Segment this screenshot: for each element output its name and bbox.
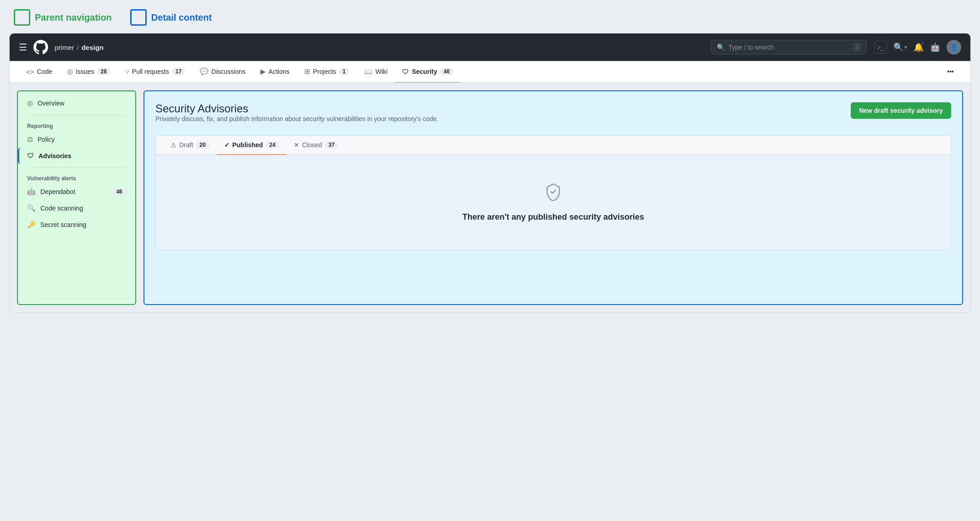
notification-dot xyxy=(921,41,925,45)
search-icon: 🔍 xyxy=(717,44,725,51)
annotation-bar: Parent navigation Detail content xyxy=(9,9,971,26)
policy-icon: ⚖ xyxy=(27,135,33,144)
sidebar-overview-label: Overview xyxy=(38,100,64,107)
advisory-tabs-container: ⚠ Draft 20 ✓ Published 24 ✕ Closed 37 xyxy=(155,135,951,250)
header-actions: >_ 🔍 ▾ 🔔 🤖 👤 xyxy=(874,40,961,55)
draft-tab-label: Draft xyxy=(179,141,193,149)
advisories-icon: 🛡 xyxy=(27,152,34,160)
hamburger-icon[interactable]: ☰ xyxy=(19,42,27,53)
main-detail-content: Security Advisories Privately discuss, f… xyxy=(143,90,963,305)
detail-content-box xyxy=(130,9,147,26)
closed-tab-icon: ✕ xyxy=(294,141,299,149)
code-scanning-icon: 🔍 xyxy=(27,204,36,212)
tab-security[interactable]: 🛡 Security 46 xyxy=(395,61,461,83)
reporting-section-label: Reporting xyxy=(18,119,135,131)
draft-tab-icon: ⚠ xyxy=(171,141,176,149)
browser-chrome: ☰ primer / design 🔍 Type / to search / >… xyxy=(9,33,971,313)
published-tab-count: 24 xyxy=(266,141,279,149)
actions-icon: ▶ xyxy=(260,67,266,76)
path-separator: / xyxy=(77,44,79,51)
security-sidebar: ◎ Overview Reporting ⚖ Policy 🛡 Advisori… xyxy=(17,90,136,305)
tab-discussions[interactable]: 💬 Discussions xyxy=(193,61,253,83)
published-tab-label: Published xyxy=(232,141,263,149)
issues-icon: ◎ xyxy=(67,67,73,76)
copilot-button[interactable]: 🤖 xyxy=(930,42,940,52)
content-area: ◎ Overview Reporting ⚖ Policy 🛡 Advisori… xyxy=(10,83,970,312)
github-logo xyxy=(33,40,48,55)
closed-tab-label: Closed xyxy=(302,141,322,149)
sidebar-divider-1 xyxy=(27,115,126,116)
page-description: Privately discuss, fix, and publish info… xyxy=(155,115,438,122)
new-draft-button[interactable]: New draft security advisory xyxy=(851,102,951,119)
search-button[interactable]: 🔍 ▾ xyxy=(893,42,907,52)
search-placeholder: Type / to search xyxy=(728,44,774,51)
sidebar-item-secret-scanning[interactable]: 🔑 Secret scanning xyxy=(18,216,135,233)
draft-tab-count: 20 xyxy=(196,141,209,149)
projects-icon: ⊞ xyxy=(304,67,310,76)
sidebar-item-code-scanning[interactable]: 🔍 Code scanning xyxy=(18,200,135,216)
vulnerability-section-label: Vulnerability alerts xyxy=(18,172,135,183)
parent-nav-box xyxy=(14,9,30,26)
sidebar-item-advisories[interactable]: 🛡 Advisories xyxy=(18,148,135,164)
published-tab-icon: ✓ xyxy=(224,141,230,149)
more-icon: ••• xyxy=(947,68,954,75)
tab-issues-label: Issues xyxy=(76,68,94,75)
secret-scanning-icon: 🔑 xyxy=(27,221,36,229)
tab-draft[interactable]: ⚠ Draft 20 xyxy=(163,136,217,155)
notifications-button[interactable]: 🔔 xyxy=(914,42,924,52)
search-kbd: / xyxy=(853,43,861,51)
sidebar-dependabot-label: Dependabot xyxy=(40,188,75,195)
sidebar-policy-label: Policy xyxy=(38,136,55,143)
global-header: ☰ primer / design 🔍 Type / to search / >… xyxy=(10,33,970,61)
sidebar-advisories-label: Advisories xyxy=(39,152,72,160)
tab-wiki[interactable]: 📖 Wiki xyxy=(357,61,395,83)
dependabot-icon: 🤖 xyxy=(27,188,36,196)
empty-state-icon xyxy=(544,183,562,205)
tab-code[interactable]: <> Code xyxy=(19,61,60,83)
tab-actions[interactable]: ▶ Actions xyxy=(253,61,297,83)
issues-count: 28 xyxy=(97,68,110,75)
security-count: 46 xyxy=(440,68,453,75)
sidebar-code-scanning-label: Code scanning xyxy=(40,205,83,212)
tab-wiki-label: Wiki xyxy=(375,68,387,75)
repo-name[interactable]: design xyxy=(82,44,104,51)
discussions-icon: 💬 xyxy=(200,67,209,76)
page-header: Security Advisories Privately discuss, f… xyxy=(155,102,951,132)
tab-pr-label: Pull requests xyxy=(132,68,169,75)
pr-icon: ⑂ xyxy=(125,68,129,76)
tab-security-label: Security xyxy=(412,68,437,75)
empty-state-text: There aren't any published security advi… xyxy=(462,212,644,222)
pr-count: 17 xyxy=(172,68,185,75)
global-search[interactable]: 🔍 Type / to search / xyxy=(711,40,867,55)
repo-owner[interactable]: primer xyxy=(55,44,74,51)
sidebar-secret-scanning-label: Secret scanning xyxy=(40,221,86,228)
repo-path: primer / design xyxy=(55,44,104,51)
overview-icon: ◎ xyxy=(27,99,33,107)
dependabot-badge: 46 xyxy=(113,188,126,195)
sidebar-item-policy[interactable]: ⚖ Policy xyxy=(18,131,135,148)
empty-state: There aren't any published security advi… xyxy=(156,155,951,249)
sidebar-item-dependabot[interactable]: 🤖 Dependabot 46 xyxy=(18,183,135,200)
terminal-icon[interactable]: >_ xyxy=(874,41,887,54)
parent-nav-label: Parent navigation xyxy=(35,12,112,23)
security-icon: 🛡 xyxy=(402,68,409,76)
avatar[interactable]: 👤 xyxy=(947,40,961,55)
code-icon: <> xyxy=(26,68,34,76)
tab-published[interactable]: ✓ Published 24 xyxy=(217,136,286,155)
tab-issues[interactable]: ◎ Issues 28 xyxy=(60,61,118,83)
sidebar-item-overview[interactable]: ◎ Overview xyxy=(18,95,135,111)
tab-projects-label: Projects xyxy=(313,68,336,75)
tab-actions-label: Actions xyxy=(269,68,290,75)
tab-code-label: Code xyxy=(37,68,52,75)
tab-closed[interactable]: ✕ Closed 37 xyxy=(286,136,346,155)
tab-more[interactable]: ••• xyxy=(940,61,961,83)
advisory-tabs: ⚠ Draft 20 ✓ Published 24 ✕ Closed 37 xyxy=(156,136,951,155)
sidebar-divider-2 xyxy=(27,167,126,168)
repo-nav: <> Code ◎ Issues 28 ⑂ Pull requests 17 💬… xyxy=(10,61,970,83)
detail-content-label: Detail content xyxy=(151,12,212,23)
tab-pull-requests[interactable]: ⑂ Pull requests 17 xyxy=(118,61,193,83)
tab-projects[interactable]: ⊞ Projects 1 xyxy=(297,61,357,83)
closed-tab-count: 37 xyxy=(325,141,338,149)
wiki-icon: 📖 xyxy=(364,67,373,76)
page-title: Security Advisories xyxy=(155,102,438,115)
